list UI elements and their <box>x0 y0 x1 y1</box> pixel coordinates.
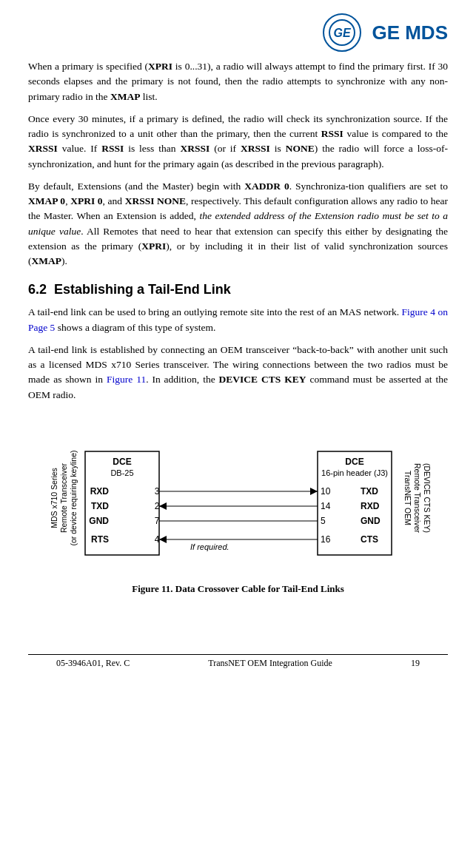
svg-marker-17 <box>310 488 318 495</box>
svg-text:2: 2 <box>154 501 159 511</box>
svg-text:14: 14 <box>321 501 331 511</box>
svg-text:16: 16 <box>321 534 331 545</box>
paragraph-4: A tail-end link can be used to bring an … <box>28 305 448 335</box>
paragraph-5: A tail-end link is established by connec… <box>28 343 448 403</box>
svg-text:GND: GND <box>89 516 109 526</box>
footer-left: 05-3946A01, Rev. C <box>56 658 130 669</box>
svg-text:RTS: RTS <box>91 534 109 545</box>
ge-logo-circle: GE <box>323 13 361 52</box>
svg-text:DB-25: DB-25 <box>110 468 133 477</box>
svg-text:Remote Transceiver: Remote Transceiver <box>413 463 422 533</box>
svg-text:MDS x710 Series: MDS x710 Series <box>50 468 58 528</box>
svg-text:4: 4 <box>154 534 159 545</box>
footer-center: TransNET OEM Integration Guide <box>208 658 332 669</box>
svg-text:16-pin header (J3): 16-pin header (J3) <box>321 468 388 477</box>
svg-text:TXD: TXD <box>361 486 378 497</box>
diagram-container: MDS x710 Series Remote Transceiver (or d… <box>28 420 448 576</box>
svg-text:Remote Transceiver: Remote Transceiver <box>59 462 68 532</box>
paragraph-1: When a primary is specified (XPRI is 0..… <box>28 59 448 104</box>
svg-text:(DEVICE CTS KEY): (DEVICE CTS KEY) <box>423 463 432 533</box>
svg-text:RXD: RXD <box>361 501 380 511</box>
svg-text:3: 3 <box>154 486 159 497</box>
section-heading: 6.2 Establishing a Tail-End Link <box>28 282 448 297</box>
footer-right: 19 <box>411 658 420 669</box>
svg-text:DCE: DCE <box>113 457 131 467</box>
svg-marker-34 <box>159 536 167 543</box>
figure-caption: Figure 11. Data Crossover Cable for Tail… <box>28 583 448 595</box>
xpri-bold: XPRI <box>148 61 172 72</box>
figure11-link[interactable]: Figure 11 <box>107 374 146 385</box>
paragraph-3: By default, Extensions (and the Master) … <box>28 179 448 269</box>
ge-logo-icon: GE <box>329 19 355 46</box>
svg-text:10: 10 <box>321 486 331 497</box>
svg-text:GE: GE <box>334 27 352 39</box>
svg-text:TransNET OEM: TransNET OEM <box>403 471 412 525</box>
svg-text:5: 5 <box>321 516 326 526</box>
wiring-diagram: MDS x710 Series Remote Transceiver (or d… <box>42 420 435 576</box>
svg-text:DCE: DCE <box>345 457 363 467</box>
svg-marker-23 <box>159 502 167 510</box>
svg-text:RXD: RXD <box>90 486 109 497</box>
svg-text:7: 7 <box>154 516 159 526</box>
svg-text:TXD: TXD <box>91 501 109 511</box>
logo-text: GE MDS <box>372 21 448 44</box>
header-logo: GE GE MDS <box>28 13 448 52</box>
svg-text:(or device requiring keyline): (or device requiring keyline) <box>69 450 78 545</box>
paragraph-2: Once every 30 minutes, if a primary is d… <box>28 112 448 172</box>
svg-text:CTS: CTS <box>361 534 378 545</box>
svg-text:GND: GND <box>361 516 381 526</box>
page-footer: 05-3946A01, Rev. C TransNET OEM Integrat… <box>28 654 448 672</box>
xmap-bold: XMAP <box>110 91 141 102</box>
svg-text:If required.: If required. <box>190 542 229 551</box>
figure4-link[interactable]: Figure 4 on Page 5 <box>28 306 448 332</box>
